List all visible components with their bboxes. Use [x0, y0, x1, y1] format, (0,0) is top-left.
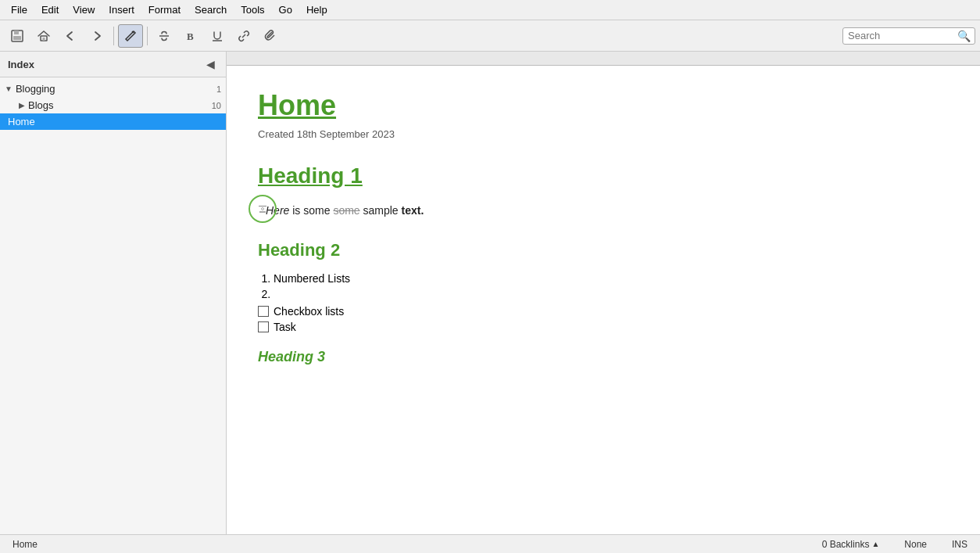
save-button[interactable]	[5, 24, 30, 48]
strikethrough-button[interactable]	[152, 24, 177, 48]
main-area: Index ◀ ▼ Blogging 1 ▶ Blogs 10 Home	[0, 52, 980, 534]
page-date: Created 18th September 2023	[258, 128, 949, 140]
status-home[interactable]: Home	[8, 539, 42, 550]
page-title: Home	[258, 89, 949, 122]
list-item	[274, 288, 949, 300]
sidebar-item-home[interactable]: Home	[0, 113, 226, 130]
sidebar-collapse-button[interactable]: ◀	[203, 56, 218, 72]
menu-format[interactable]: Format	[142, 2, 187, 17]
toolbar: B 🔍	[0, 20, 980, 52]
status-link-type[interactable]: None	[900, 539, 932, 550]
menu-go[interactable]: Go	[273, 2, 299, 17]
status-bar: Home 0 Backlinks ▲ None INS	[0, 534, 980, 553]
menu-help[interactable]: Help	[300, 2, 334, 17]
menu-view[interactable]: View	[66, 2, 101, 17]
chevron-up-icon: ▲	[871, 540, 879, 548]
forward-button[interactable]	[84, 24, 109, 48]
status-mode: INS	[947, 539, 972, 550]
text-plain: is some	[292, 204, 333, 217]
bold-button[interactable]: B	[178, 24, 203, 48]
heading-3: Heading 3	[258, 349, 949, 365]
sidebar-item-badge: 10	[212, 101, 221, 110]
sidebar-item-badge: 1	[216, 84, 221, 94]
checkbox-icon[interactable]	[258, 321, 269, 332]
sidebar-item-blogs[interactable]: ▶ Blogs 10	[0, 97, 226, 113]
home-button[interactable]	[31, 24, 56, 48]
numbered-list: Numbered Lists	[258, 272, 949, 300]
search-icon[interactable]: 🔍	[957, 30, 971, 42]
checkbox-label: Checkbox lists	[274, 305, 344, 318]
content-area: Home Created 18th September 2023 Heading…	[227, 52, 980, 534]
page-content[interactable]: Home Created 18th September 2023 Heading…	[227, 66, 980, 534]
menu-bar: File Edit View Insert Format Search Tool…	[0, 0, 980, 20]
checkbox-icon[interactable]	[258, 306, 269, 317]
sidebar-item-label: Blogging	[16, 83, 55, 95]
sidebar-header: Index ◀	[0, 52, 226, 77]
text-sample: sample	[363, 204, 402, 217]
checkbox-list: Checkbox lists Task	[258, 305, 949, 333]
edit-button[interactable]	[118, 24, 143, 48]
expand-icon: ▶	[19, 101, 25, 110]
svg-rect-4	[43, 38, 45, 41]
svg-rect-1	[14, 31, 19, 34]
status-backlinks[interactable]: 0 Backlinks ▲	[817, 539, 885, 550]
expand-icon: ▼	[5, 84, 13, 93]
separator-1	[113, 27, 114, 45]
heading-1: Heading 1	[258, 163, 949, 189]
search-box[interactable]: 🔍	[842, 27, 975, 45]
svg-rect-2	[13, 36, 21, 40]
checkbox-label: Task	[274, 321, 296, 333]
sidebar-tree: ▼ Blogging 1 ▶ Blogs 10 Home	[0, 77, 226, 534]
sidebar: Index ◀ ▼ Blogging 1 ▶ Blogs 10 Home	[0, 52, 227, 534]
sidebar-item-label: Blogs	[28, 99, 54, 111]
menu-insert[interactable]: Insert	[102, 2, 141, 17]
list-item: Task	[258, 321, 949, 333]
heading-2: Heading 2	[258, 240, 949, 260]
attach-button[interactable]	[258, 24, 283, 48]
ruler	[227, 52, 980, 66]
sidebar-title: Index	[8, 59, 34, 70]
menu-file[interactable]: File	[5, 2, 34, 17]
menu-edit[interactable]: Edit	[35, 2, 65, 17]
list-item: Checkbox lists	[258, 305, 949, 318]
svg-text:B: B	[187, 31, 194, 42]
search-input[interactable]	[848, 30, 957, 41]
menu-search[interactable]: Search	[188, 2, 233, 17]
text-bold: text.	[402, 204, 424, 217]
separator-2	[147, 27, 148, 45]
link-button[interactable]	[231, 24, 256, 48]
underline-button[interactable]	[205, 24, 230, 48]
backlinks-label: 0 Backlinks	[822, 539, 870, 550]
list-item: Numbered Lists	[274, 272, 949, 285]
sidebar-item-blogging[interactable]: ▼ Blogging 1	[0, 81, 226, 97]
sidebar-item-label: Home	[5, 116, 35, 127]
text-strikethrough: some	[333, 204, 359, 217]
cursor-indicator	[249, 195, 277, 223]
menu-tools[interactable]: Tools	[234, 2, 270, 17]
body-paragraph: Here is some some sample text.	[258, 204, 949, 217]
back-button[interactable]	[58, 24, 83, 48]
